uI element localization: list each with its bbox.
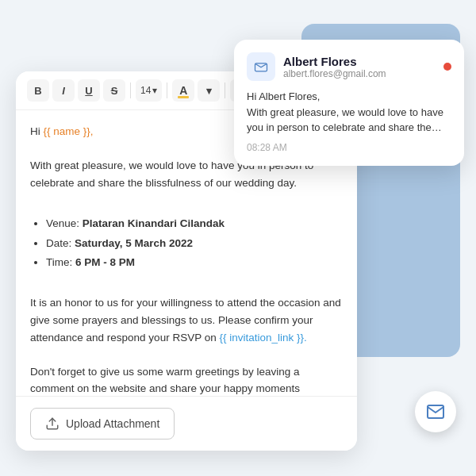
date-label: Date: bbox=[46, 237, 75, 249]
toolbar-separator-3 bbox=[225, 83, 225, 98]
venue-label: Venue: bbox=[46, 217, 83, 229]
notification-header: Albert Flores albert.flores@gmail.com bbox=[247, 52, 451, 81]
notification-sender-name: Albert Flores bbox=[283, 55, 436, 68]
font-color-label: A bbox=[179, 84, 187, 97]
notification-preview-line2: With great pleasure, we would love to ha… bbox=[247, 106, 443, 118]
toolbar-separator-2 bbox=[167, 83, 167, 98]
toolbar-separator-1 bbox=[130, 83, 131, 98]
font-size-selector[interactable]: 14 ▾ bbox=[136, 79, 162, 102]
font-color-picker[interactable]: A bbox=[172, 79, 194, 102]
email-paragraph-3: Don't forget to give us some warm greeti… bbox=[30, 363, 343, 396]
invitation-link-variable: {{ invitation_link }}. bbox=[219, 332, 306, 344]
event-details-list: Venue: Plataran Kinandari Cilandak Date:… bbox=[30, 215, 343, 271]
time-label: Time: bbox=[46, 256, 75, 268]
date-value: Saturday, 5 March 2022 bbox=[75, 237, 193, 249]
color-indicator bbox=[178, 96, 189, 98]
underline-button[interactable]: U bbox=[78, 79, 100, 102]
floating-mail-button[interactable] bbox=[415, 391, 456, 432]
venue-item: Venue: Plataran Kinandari Cilandak bbox=[46, 215, 343, 232]
font-size-chevron: ▾ bbox=[152, 85, 157, 96]
notification-preview-line3: you in person to celebrate and share the… bbox=[247, 121, 442, 133]
font-size-value: 14 bbox=[140, 85, 151, 96]
date-item: Date: Saturday, 5 March 2022 bbox=[46, 235, 343, 252]
upload-attachment-button[interactable]: Upload Attachment bbox=[30, 408, 175, 440]
name-variable: {{ name }}, bbox=[44, 125, 94, 137]
venue-value: Plataran Kinandari Cilandak bbox=[83, 217, 225, 229]
floating-mail-icon bbox=[426, 402, 445, 421]
upload-button-label: Upload Attachment bbox=[66, 417, 159, 430]
chevron-down-button[interactable]: ▾ bbox=[198, 79, 220, 102]
notification-avatar bbox=[247, 52, 275, 81]
greeting-text: Hi bbox=[30, 125, 44, 137]
time-value: 6 PM - 8 PM bbox=[75, 256, 135, 268]
notification-info: Albert Flores albert.flores@gmail.com bbox=[283, 55, 436, 79]
notification-card: Albert Flores albert.flores@gmail.com Hi… bbox=[234, 40, 464, 166]
bold-button[interactable]: B bbox=[27, 79, 49, 102]
upload-section: Upload Attachment bbox=[16, 396, 357, 451]
para3-start-text: Don't forget to give us some warm greeti… bbox=[30, 366, 300, 395]
time-item: Time: 6 PM - 8 PM bbox=[46, 254, 343, 271]
notification-body: Hi Albert Flores, With great pleasure, w… bbox=[247, 89, 451, 136]
notification-unread-dot bbox=[443, 63, 451, 71]
italic-button[interactable]: I bbox=[52, 79, 75, 102]
upload-icon bbox=[45, 416, 60, 431]
strikethrough-button[interactable]: S bbox=[103, 79, 125, 102]
notification-time: 08:28 AM bbox=[247, 142, 451, 153]
notification-sender-email: albert.flores@gmail.com bbox=[283, 68, 436, 79]
notification-preview-line1: Hi Albert Flores, bbox=[247, 90, 320, 102]
email-paragraph-2: It is an honor to us for your willingnes… bbox=[30, 294, 343, 346]
